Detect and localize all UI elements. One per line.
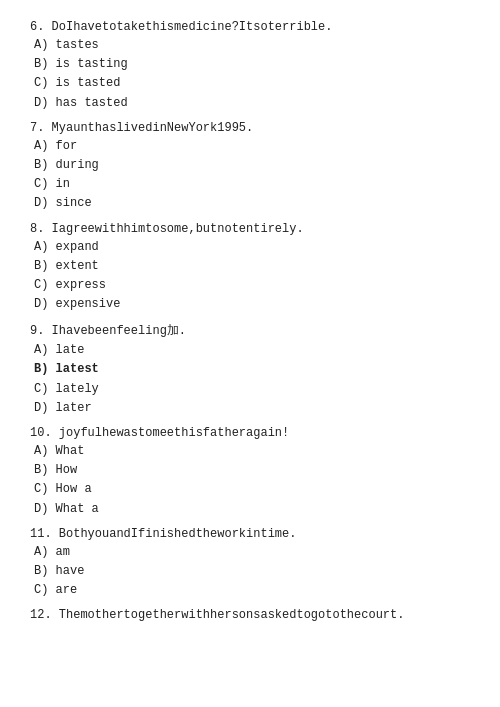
option-item: C) How a <box>34 480 470 499</box>
question-text: 10. joyfulhewastomeethisfatheragain! <box>30 426 470 440</box>
option-label: B) <box>34 463 56 477</box>
question-text: 12. Themothertogetherwithhersonsaskedtog… <box>30 608 470 622</box>
question-body: joyfulhewastomeethisfatheragain! <box>59 426 289 440</box>
option-text: extent <box>56 259 99 273</box>
option-text: has tasted <box>56 96 128 110</box>
question-number: 8. <box>30 222 52 236</box>
option-item: B) latest <box>34 360 470 379</box>
question-text: 6. DoIhavetotakethismedicine?Itsoterribl… <box>30 20 470 34</box>
option-text: lately <box>56 382 99 396</box>
option-item: A) am <box>34 543 470 562</box>
option-item: A) tastes <box>34 36 470 55</box>
option-item: B) is tasting <box>34 55 470 74</box>
option-item: C) lately <box>34 380 470 399</box>
option-item: C) are <box>34 581 470 600</box>
option-text: is tasting <box>56 57 128 71</box>
questions-container: 6. DoIhavetotakethismedicine?Itsoterribl… <box>30 20 470 622</box>
option-label: D) <box>34 297 56 311</box>
option-item: B) extent <box>34 257 470 276</box>
question-body: Iagreewithhimtosome,butnotentirely. <box>52 222 304 236</box>
option-item: B) have <box>34 562 470 581</box>
option-text: expand <box>56 240 99 254</box>
question-block: 12. Themothertogetherwithhersonsaskedtog… <box>30 608 470 622</box>
question-body: DoIhavetotakethismedicine?Itsoterrible. <box>52 20 333 34</box>
option-label: B) <box>34 259 56 273</box>
option-text: later <box>56 401 92 415</box>
question-text: 7. MyaunthaslivedinNewYork1995. <box>30 121 470 135</box>
option-text: late <box>56 343 85 357</box>
option-label: B) <box>34 158 56 172</box>
option-label: D) <box>34 96 56 110</box>
option-text: How <box>56 463 78 477</box>
question-number: 6. <box>30 20 52 34</box>
option-label: B) <box>34 564 56 578</box>
option-label: C) <box>34 482 56 496</box>
option-label: C) <box>34 583 56 597</box>
question-text: 9. Ihavebeenfeeling加. <box>30 322 470 339</box>
question-block: 11. BothyouandIfinishedtheworkintime.A) … <box>30 527 470 601</box>
option-text: am <box>56 545 70 559</box>
option-text: in <box>56 177 70 191</box>
option-text: What a <box>56 502 99 516</box>
question-number: 11. <box>30 527 59 541</box>
question-body: MyaunthaslivedinNewYork1995. <box>52 121 254 135</box>
option-text: tastes <box>56 38 99 52</box>
option-item: D) expensive <box>34 295 470 314</box>
question-text: 8. Iagreewithhimtosome,butnotentirely. <box>30 222 470 236</box>
option-label: D) <box>34 502 56 516</box>
option-label: D) <box>34 401 56 415</box>
option-label: A) <box>34 240 56 254</box>
option-label: A) <box>34 444 56 458</box>
option-text: are <box>56 583 78 597</box>
question-block: 6. DoIhavetotakethismedicine?Itsoterribl… <box>30 20 470 113</box>
option-text: How a <box>56 482 92 496</box>
option-item: A) for <box>34 137 470 156</box>
option-label: C) <box>34 76 56 90</box>
option-text: is tasted <box>56 76 121 90</box>
option-label: A) <box>34 545 56 559</box>
option-text: expensive <box>56 297 121 311</box>
option-label: D) <box>34 196 56 210</box>
option-item: B) How <box>34 461 470 480</box>
option-item: A) What <box>34 442 470 461</box>
option-label: A) <box>34 343 56 357</box>
option-item: D) has tasted <box>34 94 470 113</box>
option-label: B) <box>34 57 56 71</box>
option-label: C) <box>34 382 56 396</box>
option-label: A) <box>34 139 56 153</box>
question-number: 9. <box>30 324 52 338</box>
option-text: express <box>56 278 106 292</box>
option-label: C) <box>34 177 56 191</box>
option-item: D) later <box>34 399 470 418</box>
question-number: 7. <box>30 121 52 135</box>
option-item: C) is tasted <box>34 74 470 93</box>
question-block: 10. joyfulhewastomeethisfatheragain!A) W… <box>30 426 470 519</box>
question-body: BothyouandIfinishedtheworkintime. <box>59 527 297 541</box>
option-item: D) What a <box>34 500 470 519</box>
option-item: D) since <box>34 194 470 213</box>
question-text: 11. BothyouandIfinishedtheworkintime. <box>30 527 470 541</box>
option-label: C) <box>34 278 56 292</box>
question-body: Ihavebeenfeeling加. <box>52 324 186 338</box>
question-number: 12. <box>30 608 59 622</box>
option-text: during <box>56 158 99 172</box>
option-text: latest <box>56 362 99 376</box>
option-label: B) <box>34 362 56 376</box>
option-label: A) <box>34 38 56 52</box>
question-body: Themothertogetherwithhersonsaskedtogotot… <box>59 608 405 622</box>
option-item: C) in <box>34 175 470 194</box>
option-text: have <box>56 564 85 578</box>
question-block: 9. Ihavebeenfeeling加.A) lateB) latestC) … <box>30 322 470 418</box>
option-item: C) express <box>34 276 470 295</box>
option-item: A) late <box>34 341 470 360</box>
question-number: 10. <box>30 426 59 440</box>
option-item: B) during <box>34 156 470 175</box>
option-item: A) expand <box>34 238 470 257</box>
option-text: for <box>56 139 78 153</box>
option-text: What <box>56 444 85 458</box>
question-block: 8. Iagreewithhimtosome,butnotentirely.A)… <box>30 222 470 315</box>
question-block: 7. MyaunthaslivedinNewYork1995.A) forB) … <box>30 121 470 214</box>
option-text: since <box>56 196 92 210</box>
